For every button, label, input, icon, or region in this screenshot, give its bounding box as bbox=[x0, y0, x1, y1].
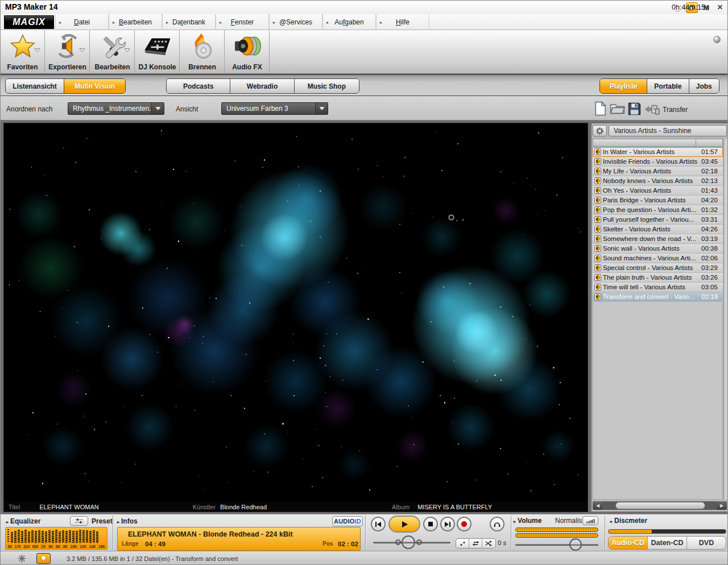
scroll-left-icon[interactable]: ◀ bbox=[593, 501, 603, 510]
playlist-track-row[interactable]: Pull yourself together - Variou... 03:31 bbox=[593, 215, 723, 225]
record-button[interactable] bbox=[457, 517, 471, 531]
preset-button[interactable] bbox=[70, 516, 88, 526]
daten-cd-button[interactable]: Daten-CD bbox=[648, 537, 687, 549]
play-button[interactable] bbox=[388, 516, 420, 533]
menu-hilfe[interactable]: ▸Hilfe bbox=[376, 14, 429, 30]
tab-playliste[interactable]: Playliste bbox=[600, 79, 647, 93]
tab-music-shop[interactable]: Music Shop bbox=[295, 79, 359, 93]
playlist-track-row[interactable]: In Water - Various Artists 01:57 bbox=[593, 147, 723, 157]
menu-aufgaben[interactable]: ▸Aufgaben bbox=[322, 14, 376, 30]
help-sphere-icon[interactable] bbox=[713, 36, 721, 43]
volume-handle[interactable] bbox=[569, 538, 582, 551]
shuffle-button[interactable] bbox=[482, 539, 495, 548]
menu-fenster[interactable]: ▸Fenster bbox=[216, 14, 269, 30]
playlist-track-row[interactable]: Special control - Various Artists 03:29 bbox=[593, 263, 723, 273]
arrange-dropdown[interactable]: Rhythmus _Instrumenten... bbox=[68, 102, 164, 115]
dropdown-arrow-icon[interactable] bbox=[124, 45, 130, 55]
playlist-track-row[interactable]: My Life - Various Artists 02:18 bbox=[593, 167, 723, 176]
view-dropdown[interactable]: Universum Farben 3 bbox=[221, 102, 328, 115]
playlist-track-row[interactable]: Transform and convert - Vario... 02:19 bbox=[593, 292, 723, 302]
tab-jobs[interactable]: Jobs bbox=[689, 79, 719, 93]
fade-mode-button[interactable] bbox=[456, 539, 469, 548]
chevron-down-icon[interactable] bbox=[151, 103, 164, 114]
headphones-button[interactable] bbox=[490, 517, 504, 531]
star-dot bbox=[32, 412, 33, 413]
playlist-track-row[interactable]: Pop the question - Various Arti... 01:32 bbox=[593, 205, 723, 215]
playlist-track-row[interactable]: Invisible Friends - Various Artists 03:4… bbox=[593, 157, 723, 167]
playlist-options-button[interactable] bbox=[593, 125, 607, 136]
equalizer-display[interactable]: 601703106001K3K6K8K10K12K14K16K bbox=[5, 527, 107, 550]
starfield[interactable] bbox=[4, 123, 588, 503]
tab-mufin-vision[interactable]: Mufin Vision bbox=[64, 79, 125, 93]
normalize-button[interactable] bbox=[582, 516, 598, 525]
seek-sub-handle[interactable] bbox=[395, 539, 401, 545]
menu-datenbank[interactable]: ▸Datenbank bbox=[162, 14, 216, 30]
tab-webradio[interactable]: Webradio bbox=[230, 79, 294, 93]
playlist-horizontal-scrollbar[interactable]: ◀ ▶ bbox=[593, 501, 727, 510]
track-time: 01:43 bbox=[699, 187, 723, 194]
scrollbar-thumb[interactable] bbox=[615, 502, 705, 509]
equalizer-header[interactable]: ▸Equalizer bbox=[6, 517, 40, 525]
infos-header[interactable]: ▸Infos bbox=[117, 517, 138, 525]
volume-header[interactable]: ▸Volume bbox=[514, 517, 541, 525]
volume-slider[interactable] bbox=[515, 544, 598, 546]
exportieren-button[interactable]: Exportieren bbox=[46, 30, 90, 73]
track-speaker-icon bbox=[594, 197, 601, 203]
playlist-track-row[interactable]: Sound machines - Various Arti... 02:06 bbox=[593, 254, 723, 263]
playlist-track-row[interactable]: Time will tell - Various Artists 03:05 bbox=[593, 282, 723, 292]
dj-console-icon bbox=[143, 32, 172, 60]
audioid-button[interactable]: AUDIOID bbox=[332, 516, 363, 526]
statusbar: 3.2 MB / 135.6 MB in 1 / 32 Datei(en) - … bbox=[1, 551, 728, 565]
save-playlist-button[interactable] bbox=[626, 101, 642, 117]
brennen-button[interactable]: Brennen bbox=[180, 30, 225, 73]
playlist-track-row[interactable]: Sonic wall - Various Artists 00:38 bbox=[593, 244, 723, 254]
previous-button[interactable] bbox=[371, 517, 386, 531]
audio-fx-button[interactable]: Audio FX bbox=[225, 30, 270, 73]
status-text: 3.2 MB / 135.6 MB in 1 / 32 Datei(en) - … bbox=[67, 555, 238, 562]
playlist-track-row[interactable]: Somewhere down the road - V... 03:19 bbox=[593, 234, 723, 244]
stop-button[interactable] bbox=[423, 517, 438, 531]
next-button[interactable] bbox=[440, 517, 455, 531]
bearbeiten-button[interactable]: Bearbeiten bbox=[90, 30, 135, 73]
menu-services[interactable]: ▸@Services bbox=[269, 14, 322, 30]
playlist-track-row[interactable]: Nobody knows - Various Artists 02:13 bbox=[593, 176, 723, 186]
dropdown-arrow-icon[interactable] bbox=[34, 45, 40, 55]
track-speaker-icon bbox=[594, 216, 601, 223]
playlist-empty-area[interactable] bbox=[593, 302, 723, 500]
track-time: 03:45 bbox=[699, 158, 723, 165]
dropdown-arrow-icon[interactable] bbox=[79, 45, 85, 55]
playlist-track-row[interactable]: Oh Yes - Various Artists 01:43 bbox=[593, 186, 723, 196]
menu-datei[interactable]: ▸Datei bbox=[55, 14, 109, 30]
playlist-title[interactable]: Various Artists - Sunshine bbox=[609, 125, 727, 136]
discmeter-header[interactable]: ▸Discmeter bbox=[610, 517, 647, 525]
favoriten-button[interactable]: Favoriten bbox=[1, 30, 45, 73]
close-button[interactable]: × bbox=[715, 2, 725, 13]
open-playlist-button[interactable] bbox=[609, 101, 625, 117]
repeat-button[interactable] bbox=[469, 539, 482, 548]
menu-bearbeiten[interactable]: ▸Bearbeiten bbox=[109, 14, 162, 30]
playlist-track-row[interactable]: Skelter - Various Artists 04:26 bbox=[593, 225, 723, 234]
star-dot bbox=[40, 311, 40, 311]
seek-sub-handle[interactable] bbox=[416, 539, 422, 545]
track-time: 02:19 bbox=[699, 293, 723, 300]
chevron-down-icon[interactable] bbox=[315, 103, 328, 114]
magix-logo: MAGIX bbox=[4, 15, 54, 29]
dvd-button[interactable]: DVD bbox=[687, 537, 726, 549]
tab-listenansicht[interactable]: Listenansicht bbox=[6, 79, 64, 93]
star-dot bbox=[293, 395, 294, 396]
playlist-track-row[interactable]: The plain truth - Various Artists 03:26 bbox=[593, 273, 723, 282]
scroll-right-icon[interactable]: ▶ bbox=[717, 501, 727, 510]
new-playlist-button[interactable] bbox=[592, 101, 608, 117]
main-area: Titel ELEPHANT WOMAN Künstler Blonde Red… bbox=[1, 121, 728, 514]
tab-portable[interactable]: Portable bbox=[647, 79, 689, 93]
seek-handle[interactable] bbox=[402, 535, 415, 549]
playlist-track-row[interactable]: Paris Bridge - Various Artists 04:20 bbox=[593, 196, 723, 205]
dj-konsole-button[interactable]: DJ Konsole bbox=[135, 30, 180, 73]
playlist-vertical-scrollbar[interactable] bbox=[723, 139, 727, 500]
playlist-column-header[interactable] bbox=[593, 139, 723, 147]
transfer-button[interactable] bbox=[644, 101, 660, 117]
audio-cd-button[interactable]: Audio-CD bbox=[609, 537, 648, 549]
tab-podcasts[interactable]: Podcasts bbox=[167, 79, 230, 93]
track-time: 04:26 bbox=[699, 226, 723, 232]
mufin-vision-view[interactable]: Titel ELEPHANT WOMAN Künstler Blonde Red… bbox=[3, 123, 588, 512]
